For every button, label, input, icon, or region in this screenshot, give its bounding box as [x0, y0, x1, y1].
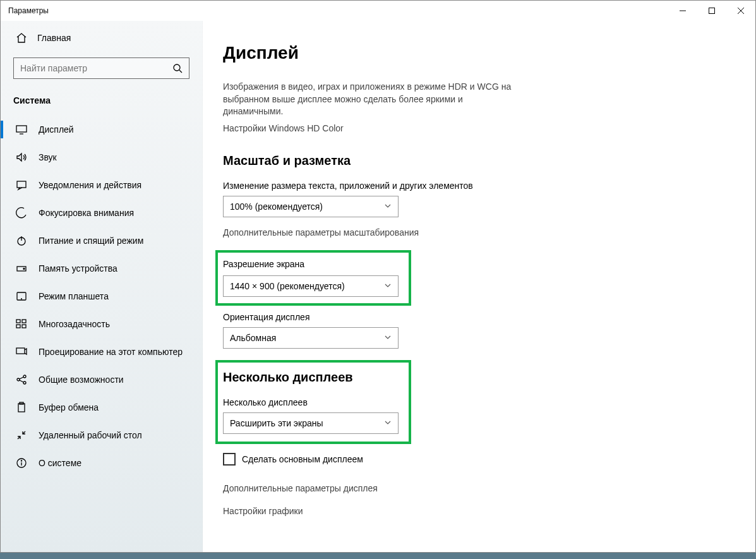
- nav-label: Питание и спящий режим: [39, 236, 143, 246]
- scale-label: Изменение размера текста, приложений и д…: [223, 181, 730, 191]
- nav-item-power[interactable]: Питание и спящий режим: [1, 227, 202, 255]
- home-icon: [16, 32, 27, 44]
- svg-point-12: [23, 268, 25, 270]
- scale-dropdown[interactable]: 100% (рекомендуется): [223, 196, 399, 217]
- nav-label: О системе: [39, 458, 81, 468]
- svg-rect-6: [16, 126, 27, 132]
- multi-label: Несколько дисплеев: [223, 397, 400, 407]
- nav-item-about[interactable]: О системе: [1, 449, 202, 477]
- nav-item-display[interactable]: Дисплей: [1, 116, 202, 143]
- home-button[interactable]: Главная: [1, 27, 202, 49]
- content-area: Дисплей Изображения в видео, играх и при…: [203, 21, 755, 552]
- multi-dropdown[interactable]: Расширить эти экраны: [223, 412, 399, 434]
- checkbox-icon: [223, 453, 236, 466]
- svg-point-21: [23, 375, 26, 378]
- nav-label: Звук: [39, 152, 57, 162]
- svg-rect-25: [18, 404, 25, 412]
- nav-label: Буфер обмена: [39, 402, 99, 412]
- svg-rect-8: [17, 181, 26, 188]
- settings-window: Параметры Главная Система Дисплей: [0, 0, 756, 553]
- titlebar-controls: [668, 1, 755, 21]
- remote-icon: [16, 430, 27, 441]
- scale-advanced-link[interactable]: Дополнительные параметры масштабирования: [223, 227, 730, 237]
- nav-label: Проецирование на этот компьютер: [39, 347, 183, 357]
- window-body: Главная Система Дисплей Звук Уведомления: [1, 21, 755, 552]
- nav-item-remote[interactable]: Удаленный рабочий стол: [1, 421, 202, 449]
- titlebar: Параметры: [1, 1, 755, 21]
- svg-point-22: [23, 382, 26, 384]
- resolution-value: 1440 × 900 (рекомендуется): [230, 281, 345, 291]
- svg-rect-15: [16, 320, 20, 323]
- nav-label: Многозадачность: [39, 319, 110, 329]
- resolution-label: Разрешение экрана: [223, 259, 400, 269]
- maximize-button[interactable]: [697, 1, 726, 21]
- nav-item-multitask[interactable]: Многозадачность: [1, 310, 202, 338]
- nav-item-storage[interactable]: Память устройства: [1, 255, 202, 282]
- nav-label: Память устройства: [39, 263, 117, 273]
- nav-label: Режим планшета: [39, 291, 109, 301]
- nav-item-tablet[interactable]: Режим планшета: [1, 282, 202, 310]
- nav-label: Общие возможности: [39, 375, 124, 385]
- scale-heading: Масштаб и разметка: [223, 153, 730, 168]
- multi-display-highlight: Несколько дисплеев Несколько дисплеев Ра…: [215, 360, 411, 444]
- chevron-down-icon: [384, 281, 392, 291]
- display-icon: [16, 124, 27, 135]
- nav-item-clipboard[interactable]: Буфер обмена: [1, 394, 202, 421]
- shared-icon: [16, 374, 27, 385]
- nav-item-sound[interactable]: Звук: [1, 143, 202, 171]
- svg-line-5: [179, 70, 182, 73]
- sidebar: Главная Система Дисплей Звук Уведомления: [1, 21, 203, 552]
- chevron-down-icon: [384, 418, 392, 428]
- search-box[interactable]: [13, 57, 189, 79]
- nav-item-focus[interactable]: Фокусировка внимания: [1, 199, 202, 227]
- multi-heading: Несколько дисплеев: [223, 370, 400, 385]
- power-icon: [16, 235, 27, 246]
- svg-rect-16: [22, 320, 26, 323]
- orientation-value: Альбомная: [230, 333, 276, 343]
- multitask-icon: [16, 318, 27, 330]
- about-icon: [16, 457, 27, 469]
- svg-line-23: [20, 377, 23, 379]
- category-title: Система: [1, 88, 202, 116]
- svg-point-20: [17, 378, 20, 381]
- make-primary-label: Сделать основным дисплеем: [242, 454, 363, 464]
- tablet-icon: [16, 291, 27, 302]
- search-input[interactable]: [20, 63, 172, 73]
- svg-point-4: [174, 64, 180, 71]
- notifications-icon: [16, 179, 27, 191]
- orientation-label: Ориентация дисплея: [223, 312, 730, 322]
- svg-rect-19: [16, 348, 25, 354]
- hdr-description: Изображения в видео, играх и приложениях…: [223, 81, 513, 118]
- nav-label: Фокусировка внимания: [39, 208, 134, 218]
- resolution-highlight: Разрешение экрана 1440 × 900 (рекомендуе…: [215, 250, 411, 306]
- scale-value: 100% (рекомендуется): [230, 201, 323, 212]
- svg-rect-17: [16, 325, 20, 328]
- storage-icon: [16, 263, 27, 274]
- advanced-display-link[interactable]: Дополнительные параметры дисплея: [223, 483, 730, 493]
- home-label: Главная: [37, 33, 71, 43]
- hdr-settings-link[interactable]: Настройки Windows HD Color: [223, 123, 730, 133]
- nav-label: Дисплей: [39, 124, 74, 135]
- window-title: Параметры: [8, 6, 49, 15]
- clipboard-icon: [16, 402, 27, 413]
- nav-item-shared[interactable]: Общие возможности: [1, 366, 202, 394]
- minimize-button[interactable]: [668, 1, 697, 21]
- nav-item-notifications[interactable]: Уведомления и действия: [1, 171, 202, 199]
- svg-rect-18: [22, 325, 26, 328]
- orientation-dropdown[interactable]: Альбомная: [223, 327, 399, 349]
- graphics-settings-link[interactable]: Настройки графики: [223, 506, 730, 516]
- nav-label: Удаленный рабочий стол: [39, 430, 142, 440]
- make-primary-checkbox[interactable]: Сделать основным дисплеем: [223, 453, 730, 466]
- sound-icon: [16, 152, 27, 163]
- nav-list: Дисплей Звук Уведомления и действия Фоку…: [1, 116, 202, 477]
- page-title: Дисплей: [223, 43, 730, 63]
- focus-icon: [16, 207, 27, 219]
- svg-line-24: [20, 380, 23, 382]
- resolution-dropdown[interactable]: 1440 × 900 (рекомендуется): [223, 275, 399, 297]
- svg-point-31: [21, 460, 21, 461]
- chevron-down-icon: [384, 333, 392, 343]
- nav-item-project[interactable]: Проецирование на этот компьютер: [1, 338, 202, 366]
- nav-label: Уведомления и действия: [39, 180, 141, 190]
- search-icon: [172, 63, 183, 73]
- close-button[interactable]: [726, 1, 755, 21]
